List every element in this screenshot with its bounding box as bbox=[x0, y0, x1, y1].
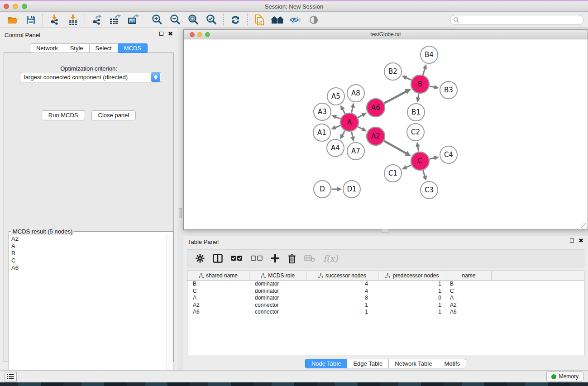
close-panel-button[interactable]: Close panel bbox=[91, 110, 136, 120]
vertical-splitter-grip[interactable] bbox=[179, 208, 182, 218]
select-all-icon[interactable] bbox=[231, 255, 243, 262]
zoom-selected-icon[interactable] bbox=[202, 13, 220, 27]
optimization-criterion-label: Optimization criterion: bbox=[4, 65, 173, 72]
table-cell: A2 bbox=[446, 302, 492, 309]
result-scrollbar[interactable] bbox=[167, 234, 173, 384]
hide-panel-eye-icon[interactable] bbox=[287, 13, 305, 27]
virtual-column-icon bbox=[385, 273, 390, 278]
graph-edge-C-C1[interactable] bbox=[406, 165, 411, 167]
search-field[interactable] bbox=[450, 15, 584, 25]
graph-edge-arrowhead bbox=[416, 97, 421, 103]
table-row[interactable]: Adominator80A bbox=[187, 295, 584, 302]
tab-select[interactable]: Select bbox=[90, 43, 118, 53]
import-network-icon[interactable] bbox=[46, 13, 64, 27]
table-row[interactable]: Bdominator41B bbox=[187, 281, 584, 288]
graph-edge-B-B4[interactable] bbox=[423, 68, 425, 75]
mcds-result-item[interactable]: A2 bbox=[11, 235, 164, 243]
column-header-shared-name[interactable]: shared name bbox=[187, 271, 249, 280]
mcds-result-item[interactable]: C bbox=[11, 257, 164, 264]
table-row[interactable]: A2connector11A2 bbox=[187, 302, 584, 309]
graph-edge-C-C2[interactable] bbox=[418, 146, 419, 152]
float-table-panel-icon[interactable] bbox=[570, 238, 574, 243]
table-row[interactable]: A6connector11A6 bbox=[187, 309, 584, 316]
graph-edge-B-B1[interactable] bbox=[418, 94, 418, 98]
task-history-button[interactable] bbox=[5, 372, 17, 381]
graph-edge-A-A5[interactable] bbox=[342, 109, 345, 114]
table-row[interactable]: Cdominator41C bbox=[187, 288, 584, 295]
delete-column-icon[interactable] bbox=[288, 254, 296, 263]
zoom-fit-icon[interactable] bbox=[184, 13, 202, 27]
clone-network-icon[interactable] bbox=[250, 13, 268, 27]
column-header-predecessor-nodes[interactable]: predecessor nodes bbox=[378, 271, 446, 280]
tab-network-table[interactable]: Network Table bbox=[389, 359, 438, 368]
home-icon[interactable] bbox=[268, 13, 287, 27]
control-panel-title: Control Panel bbox=[5, 32, 40, 38]
graph-edge-A-A7[interactable] bbox=[352, 132, 353, 138]
graph-edge-A2-C[interactable] bbox=[384, 141, 407, 154]
graph-edge-A-A2[interactable] bbox=[358, 127, 363, 129]
graph-edge-A-A6[interactable] bbox=[358, 114, 363, 117]
graph-edge-A-A1[interactable] bbox=[335, 126, 340, 128]
graph-edge-arrowhead bbox=[331, 125, 336, 129]
column-header-mcds-role[interactable]: MCDS role bbox=[249, 271, 306, 280]
show-panel-eye-icon[interactable] bbox=[305, 13, 323, 27]
graph-edge-C-C4[interactable] bbox=[430, 158, 435, 159]
tab-style[interactable]: Style bbox=[64, 43, 90, 53]
open-file-icon[interactable] bbox=[4, 13, 22, 27]
save-session-icon[interactable] bbox=[22, 13, 40, 27]
column-visibility-icon[interactable] bbox=[213, 254, 223, 263]
memory-label: Memory bbox=[559, 373, 578, 380]
function-builder-icon[interactable]: f(x) bbox=[323, 253, 338, 263]
run-mcds-button[interactable]: Run MCDS bbox=[42, 110, 85, 120]
graph-edge-A-A3[interactable] bbox=[335, 117, 340, 119]
table-cell: 1 bbox=[378, 309, 446, 316]
tab-motifs[interactable]: Motifs bbox=[438, 359, 466, 368]
mcds-result-list[interactable]: A2ABCA6 bbox=[10, 234, 166, 384]
graph-edge-arrowhead bbox=[434, 156, 439, 160]
window-resize-grip[interactable] bbox=[581, 223, 587, 229]
close-panel-icon[interactable]: ✖ bbox=[168, 32, 173, 36]
delete-table-icon[interactable] bbox=[304, 255, 315, 262]
export-network-icon[interactable] bbox=[88, 13, 106, 27]
search-input[interactable] bbox=[459, 16, 583, 24]
graph-edge-C-C3[interactable] bbox=[423, 171, 425, 177]
mcds-result-item[interactable]: B bbox=[11, 250, 164, 257]
export-image-icon[interactable] bbox=[124, 13, 142, 27]
dropdown-stepper-icon bbox=[151, 72, 160, 82]
float-panel-icon[interactable] bbox=[159, 32, 163, 36]
tab-network[interactable]: Network bbox=[30, 43, 64, 53]
graph-edge-B-B2[interactable] bbox=[406, 77, 411, 80]
close-table-panel-icon[interactable]: ✖ bbox=[578, 238, 583, 243]
deselect-all-icon[interactable] bbox=[251, 255, 263, 262]
mcds-result-item[interactable]: A6 bbox=[11, 264, 164, 272]
criterion-dropdown[interactable]: largest connected component (directed) bbox=[20, 72, 161, 82]
toolbar-separator bbox=[247, 14, 248, 26]
toolbar-separator bbox=[145, 14, 145, 26]
mcds-result-item[interactable]: A bbox=[11, 243, 164, 250]
table-settings-icon[interactable] bbox=[196, 254, 205, 263]
graph-edge-A-A8[interactable] bbox=[352, 107, 353, 113]
graph-node-label: A8 bbox=[351, 89, 360, 97]
graph-edge-A-A4[interactable] bbox=[342, 131, 345, 136]
tab-edge-table[interactable]: Edge Table bbox=[347, 359, 389, 368]
export-table-icon[interactable] bbox=[106, 13, 124, 27]
tab-mcds[interactable]: MCDS bbox=[118, 43, 148, 53]
zoom-in-icon[interactable] bbox=[148, 13, 166, 27]
import-table-icon[interactable] bbox=[64, 13, 82, 27]
graph-node-label: A7 bbox=[351, 147, 360, 155]
add-column-icon[interactable] bbox=[271, 254, 280, 263]
graph-edge-A6-B[interactable] bbox=[384, 91, 406, 103]
network-canvas[interactable]: B4B2BB3A8A5A6A3B1AA1C2A2A4A7C4CC1DD1C3 bbox=[184, 40, 588, 229]
refresh-layout-icon[interactable] bbox=[226, 13, 244, 27]
graph-node-label: A3 bbox=[318, 108, 327, 116]
column-header-successor-nodes[interactable]: successor nodes bbox=[306, 271, 378, 280]
tab-node-table[interactable]: Node Table bbox=[305, 359, 348, 368]
horizontal-splitter-grip[interactable] bbox=[382, 229, 389, 233]
zoom-out-icon[interactable] bbox=[166, 13, 184, 27]
table-cell: A6 bbox=[187, 309, 249, 316]
table-tabs: Node TableEdge TableNetwork TableMotifs bbox=[183, 359, 588, 368]
memory-button[interactable]: Memory bbox=[546, 372, 583, 381]
desktop-wallpaper bbox=[0, 382, 588, 386]
column-header-name[interactable]: name bbox=[446, 271, 492, 280]
graph-edge-B-B3[interactable] bbox=[430, 86, 435, 87]
